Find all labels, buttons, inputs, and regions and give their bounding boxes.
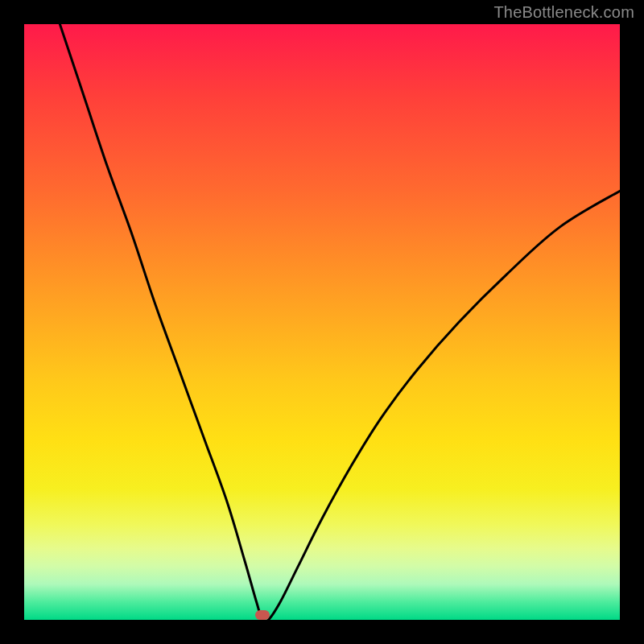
bottleneck-curve bbox=[24, 24, 620, 620]
minimum-marker bbox=[255, 610, 270, 620]
plot-area bbox=[24, 24, 620, 620]
chart-stage: TheBottleneck.com bbox=[0, 0, 644, 644]
curve-path bbox=[60, 24, 620, 620]
watermark-text: TheBottleneck.com bbox=[493, 3, 634, 22]
